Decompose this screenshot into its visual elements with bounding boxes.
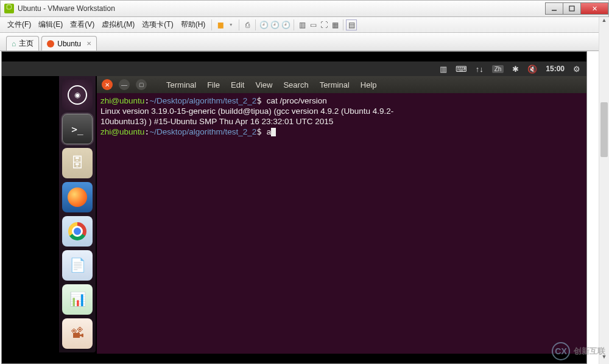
- terminal-cursor: [271, 128, 276, 136]
- terminal-menu-terminal2[interactable]: Terminal: [317, 80, 352, 89]
- window-title: Ubuntu - VMware Workstation: [18, 4, 546, 13]
- separator: [211, 19, 212, 30]
- clock2-icon[interactable]: 🕘: [269, 21, 280, 29]
- watermark-icon: CX: [552, 342, 570, 360]
- launcher-impress[interactable]: [62, 318, 93, 349]
- clock3-icon[interactable]: 🕘: [280, 21, 291, 29]
- indicator-monitor-icon[interactable]: ▥: [440, 65, 447, 74]
- tab-close-icon[interactable]: ✕: [86, 40, 91, 47]
- snapshot-icon[interactable]: ⎙: [242, 21, 253, 29]
- terminal-menu-terminal[interactable]: Terminal: [164, 80, 199, 89]
- home-icon: ⌂: [12, 40, 16, 48]
- command-1: cat /proc/version: [267, 96, 327, 105]
- indicator-gear-icon[interactable]: ⚙: [573, 65, 580, 74]
- separator: [239, 19, 239, 30]
- prompt-path: ~/Desktop/algorithm/test_2_2: [149, 96, 256, 105]
- unity-launcher: [59, 76, 96, 352]
- output-line-1: Linux version 3.19.0-15-generic (buildd@…: [100, 107, 393, 116]
- launcher-firefox[interactable]: [62, 182, 93, 212]
- pause-icon[interactable]: ▮▮: [214, 21, 225, 29]
- terminal-menu-help[interactable]: Help: [358, 80, 379, 89]
- window-maximize-button[interactable]: [563, 2, 581, 15]
- vmware-app-icon: [4, 4, 14, 13]
- view1-icon[interactable]: ▥: [297, 21, 308, 29]
- terminal-minimize-button[interactable]: [119, 79, 130, 90]
- output-line-2: 10ubuntu13) ) #15-Ubuntu SMP Thu Apr 16 …: [100, 117, 333, 126]
- watermark: CX 创新互联: [552, 342, 605, 360]
- launcher-dash[interactable]: [62, 80, 93, 110]
- prompt-user-2: zhi@ubuntu: [100, 127, 144, 136]
- vm-viewport[interactable]: ▥ ⌨ ↑↓ Zh ✱ 🔇 15:00 ⚙ Terminal File Edit…: [1, 51, 587, 364]
- terminal-titlebar[interactable]: Terminal File Edit View Search Terminal …: [97, 76, 586, 93]
- prompt-path-2: ~/Desktop/algorithm/test_2_2: [149, 127, 256, 136]
- menu-help[interactable]: 帮助(H): [177, 19, 209, 30]
- view2-icon[interactable]: ▭: [308, 21, 319, 29]
- window-controls: ✕: [546, 2, 608, 15]
- launcher-chromium[interactable]: [62, 216, 93, 247]
- indicator-bluetooth-icon[interactable]: ✱: [512, 65, 519, 74]
- separator: [343, 19, 343, 30]
- launcher-writer[interactable]: [62, 250, 93, 281]
- indicator-language[interactable]: Zh: [492, 65, 504, 73]
- separator: [255, 19, 256, 30]
- tab-ubuntu[interactable]: Ubuntu ✕: [41, 36, 97, 51]
- prompt-user: zhi@ubuntu: [100, 96, 144, 105]
- terminal-menu-view[interactable]: View: [253, 80, 275, 89]
- svg-rect-1: [569, 6, 574, 11]
- tab-home-label: 主页: [19, 38, 33, 49]
- launcher-files[interactable]: [62, 148, 93, 178]
- menu-vm[interactable]: 虚拟机(M): [98, 19, 138, 30]
- dropdown-icon[interactable]: ▼: [225, 23, 236, 27]
- page-scrollbar[interactable]: ▲ ▼: [599, 17, 609, 364]
- terminal-close-button[interactable]: [102, 79, 113, 90]
- indicator-clock[interactable]: 15:00: [546, 65, 565, 73]
- window-titlebar: Ubuntu - VMware Workstation ✕: [0, 0, 609, 17]
- terminal-menu-search[interactable]: Search: [281, 80, 311, 89]
- launcher-calc[interactable]: [62, 284, 93, 315]
- command-2: a: [267, 127, 272, 136]
- tab-bar: ⌂ 主页 Ubuntu ✕: [0, 33, 609, 51]
- indicator-keyboard-icon[interactable]: ⌨: [456, 65, 467, 74]
- menu-edit[interactable]: 编辑(E): [35, 19, 66, 30]
- window-minimize-button[interactable]: [545, 2, 563, 15]
- indicator-network-icon[interactable]: ↑↓: [476, 65, 484, 74]
- tab-ubuntu-label: Ubuntu: [57, 40, 81, 48]
- menu-view[interactable]: 查看(V): [66, 19, 98, 30]
- indicator-sound-icon[interactable]: 🔇: [527, 65, 537, 74]
- launcher-terminal[interactable]: [62, 114, 93, 144]
- separator: [294, 19, 294, 30]
- scroll-up-icon[interactable]: ▲: [599, 17, 609, 27]
- terminal-body[interactable]: zhi@ubuntu:~/Desktop/algorithm/test_2_2$…: [97, 93, 586, 354]
- terminal-maximize-button[interactable]: [136, 79, 147, 90]
- terminal-menu-file[interactable]: File: [205, 80, 222, 89]
- library-icon[interactable]: ▤: [346, 19, 357, 30]
- watermark-text: 创新互联: [574, 346, 605, 357]
- menubar: 文件(F) 编辑(E) 查看(V) 虚拟机(M) 选项卡(T) 帮助(H) ▮▮…: [0, 17, 609, 33]
- menu-tabs[interactable]: 选项卡(T): [138, 19, 177, 30]
- window-close-button[interactable]: ✕: [580, 2, 608, 15]
- fullscreen-icon[interactable]: ⛶: [319, 21, 329, 29]
- terminal-window: Terminal File Edit View Search Terminal …: [97, 76, 586, 354]
- unity-icon[interactable]: ▦: [329, 21, 340, 29]
- tab-home[interactable]: ⌂ 主页: [6, 36, 39, 51]
- terminal-menu-edit[interactable]: Edit: [228, 80, 247, 89]
- ubuntu-icon: [47, 40, 54, 47]
- scrollbar-thumb[interactable]: [600, 102, 608, 157]
- clock1-icon[interactable]: 🕘: [258, 21, 269, 29]
- menu-file[interactable]: 文件(F): [4, 19, 35, 30]
- ubuntu-top-panel: ▥ ⌨ ↑↓ Zh ✱ 🔇 15:00 ⚙: [2, 61, 586, 76]
